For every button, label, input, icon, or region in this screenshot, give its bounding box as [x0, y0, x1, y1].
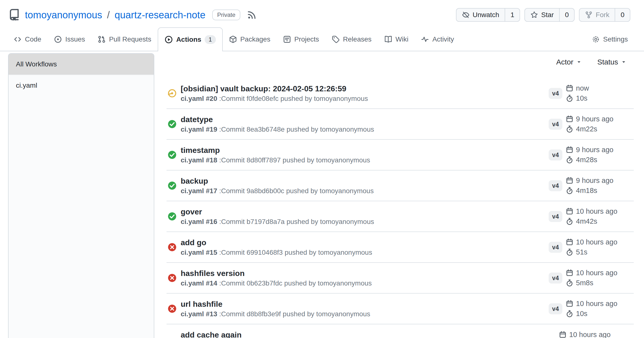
run-subtitle: ci.yaml #15:Commit 69910468f3 pushed by … — [181, 248, 549, 257]
watch-count[interactable]: 1 — [505, 8, 520, 21]
check-circle-icon — [168, 150, 177, 160]
run-time-line: 9 hours ago — [566, 176, 614, 185]
status-filter-dropdown[interactable]: Status — [597, 58, 626, 66]
version-badge: v4 — [549, 242, 562, 253]
run-title-link[interactable]: timestamp — [181, 146, 549, 155]
rss-feed-icon — [247, 10, 256, 19]
tab-settings[interactable]: Settings — [586, 27, 634, 51]
run-status-icon — [168, 181, 177, 190]
run-meta-col: 10 hours ago 4m42s — [566, 207, 617, 225]
package-icon — [229, 35, 237, 43]
run-time: 9 hours ago — [576, 176, 614, 185]
pulse-icon — [421, 35, 429, 43]
workflow-run-row: [obsidian] vault backup: 2024-02-05 12:2… — [166, 78, 634, 109]
gear-icon — [592, 35, 600, 43]
run-title-link[interactable]: datetype — [181, 115, 549, 124]
tab-packages[interactable]: Packages — [223, 27, 277, 51]
run-subtitle: ci.yaml #18:Commit 8d80ff7897 pushed by … — [181, 156, 549, 164]
workflow-ref: ci.yaml #17 — [181, 187, 217, 195]
run-text: hashfiles version ci.yaml #14:Commit 0b6… — [181, 269, 549, 287]
run-subtitle: ci.yaml #19:Commit 8ea3b6748e pushed by … — [181, 125, 549, 134]
version-badge: v4 — [549, 88, 562, 99]
repo-owner-link[interactable]: tomoyanonymous — [25, 9, 102, 20]
run-duration-line: 4m42s — [566, 217, 617, 225]
run-meta: v4 10 hours ago 10s — [549, 300, 634, 318]
version-badge: v4 — [549, 273, 562, 284]
x-circle-icon — [168, 242, 177, 252]
workflow-run-row: add cache again 10 hours ago — [166, 324, 634, 338]
version-badge: v4 — [549, 211, 562, 222]
sidebar-item-ci-yaml[interactable]: ci.yaml — [8, 75, 154, 96]
run-status-icon — [168, 304, 177, 313]
calendar-icon — [559, 331, 566, 338]
tab-actions[interactable]: Actions 1 — [158, 27, 223, 51]
visibility-badge: Private — [212, 9, 240, 20]
unwatch-button[interactable]: Unwatch — [456, 8, 505, 21]
commit-info: :Commit b7197d8a7a pushed by tomoyanonym… — [219, 218, 374, 225]
run-duration: 10s — [576, 94, 588, 102]
run-title-link[interactable]: gover — [181, 207, 549, 216]
repo-name-link[interactable]: quartz-research-note — [115, 9, 206, 20]
run-subtitle: ci.yaml #14:Commit 0b623b7fdc pushed by … — [181, 279, 549, 287]
run-title-link[interactable]: add go — [181, 238, 549, 247]
run-time-line: 9 hours ago — [566, 115, 614, 123]
run-text: [obsidian] vault backup: 2024-02-05 12:2… — [181, 84, 549, 103]
tab-wiki-label: Wiki — [396, 35, 408, 43]
run-duration-line: 4m22s — [566, 125, 614, 133]
run-duration-line: 51s — [566, 248, 617, 256]
tab-releases[interactable]: Releases — [326, 27, 378, 51]
tab-releases-label: Releases — [343, 35, 372, 43]
run-title-link[interactable]: url hashfile — [181, 299, 549, 309]
tab-wiki[interactable]: Wiki — [378, 27, 415, 51]
sidebar-item-all-workflows[interactable]: All Workflows — [8, 54, 154, 75]
x-circle-icon — [168, 273, 177, 283]
tab-issues[interactable]: Issues — [48, 27, 92, 51]
calendar-icon — [566, 146, 573, 154]
workflow-run-row: timestamp ci.yaml #18:Commit 8d80ff7897 … — [166, 140, 634, 170]
fork-button[interactable]: Fork — [580, 8, 615, 21]
run-meta: v4 10 hours ago 4m42s — [549, 207, 634, 225]
actor-filter-dropdown[interactable]: Actor — [556, 58, 582, 66]
star-button[interactable]: Star — [525, 8, 559, 21]
tab-activity[interactable]: Activity — [415, 27, 460, 51]
workflow-ref: ci.yaml #19 — [181, 126, 217, 133]
run-duration-line: 10s — [566, 94, 589, 102]
run-title-link[interactable]: backup — [181, 176, 549, 186]
check-circle-icon — [168, 212, 177, 221]
run-meta-col: 9 hours ago 4m28s — [566, 146, 614, 164]
commit-info: :Commit f0fde08efc pushed by tomoyanonym… — [219, 95, 368, 102]
run-time-line: 10 hours ago — [566, 207, 617, 215]
run-title-link[interactable]: hashfiles version — [181, 269, 549, 278]
runs-main: Actor Status [obsidian] vault backup: 20… — [166, 53, 634, 338]
tab-projects[interactable]: Projects — [277, 27, 326, 51]
commit-info: :Commit 69910468f3 pushed by tomoyanonym… — [219, 249, 372, 256]
stopwatch-icon — [566, 125, 573, 133]
run-time: 10 hours ago — [576, 238, 617, 246]
chevron-down-icon — [621, 59, 626, 65]
run-title-link[interactable]: [obsidian] vault backup: 2024-02-05 12:2… — [181, 84, 549, 93]
run-status-icon — [168, 89, 177, 98]
book-icon — [384, 35, 392, 43]
workflow-run-row: datetype ci.yaml #19:Commit 8ea3b6748e p… — [166, 109, 634, 140]
calendar-icon — [566, 238, 573, 246]
run-status-icon — [168, 273, 177, 283]
run-duration: 4m18s — [576, 186, 597, 195]
actor-filter-label: Actor — [556, 58, 573, 66]
calendar-icon — [566, 177, 573, 184]
tab-pull-requests[interactable]: Pull Requests — [92, 27, 158, 51]
fork-count[interactable]: 0 — [615, 8, 630, 21]
run-subtitle: ci.yaml #13:Commit d8b8fb3e9f pushed by … — [181, 310, 549, 318]
in-progress-icon — [168, 89, 177, 98]
run-text: gover ci.yaml #16:Commit b7197d8a7a push… — [181, 207, 549, 226]
run-duration: 4m22s — [576, 125, 597, 133]
star-label: Star — [541, 11, 554, 19]
star-count[interactable]: 0 — [559, 8, 574, 21]
actions-count-badge: 1 — [205, 35, 216, 44]
run-time-line: 9 hours ago — [566, 146, 614, 154]
tab-code[interactable]: Code — [7, 27, 48, 51]
version-badge: v4 — [549, 119, 562, 130]
check-circle-icon — [168, 181, 177, 190]
run-title-link[interactable]: add cache again — [181, 330, 549, 338]
workflow-run-row: gover ci.yaml #16:Commit b7197d8a7a push… — [166, 201, 634, 232]
run-filters: Actor Status — [166, 57, 626, 67]
